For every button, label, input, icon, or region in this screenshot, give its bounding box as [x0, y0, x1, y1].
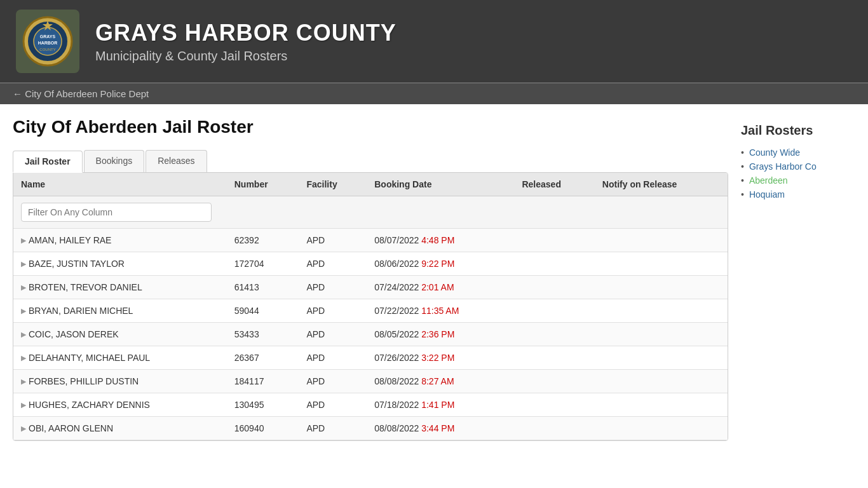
cell-released: [514, 417, 594, 440]
cell-name: ▶HUGHES, ZACHARY DENNIS: [13, 393, 227, 417]
cell-released: [514, 370, 594, 393]
row-expand-icon[interactable]: ▶: [21, 377, 26, 386]
filter-input[interactable]: [21, 203, 212, 222]
table-row[interactable]: ▶AMAN, HAILEY RAE62392APD08/07/2022 4:48…: [13, 229, 728, 252]
cell-name: ▶DELAHANTY, MICHAEL PAUL: [13, 346, 227, 370]
cell-notify: [595, 370, 728, 393]
cell-name: ▶COIC, JASON DEREK: [13, 323, 227, 346]
inmate-name: DELAHANTY, MICHAEL PAUL: [29, 353, 150, 363]
table-row[interactable]: ▶HUGHES, ZACHARY DENNIS130495APD07/18/20…: [13, 393, 728, 417]
cell-booking-date: 07/18/2022 1:41 PM: [367, 393, 514, 417]
sidebar-list: County WideGrays Harbor CoAberdeenHoquia…: [741, 146, 855, 201]
sidebar-link-aberdeen[interactable]: Aberdeen: [749, 175, 788, 186]
cell-name: ▶AMAN, HAILEY RAE: [13, 229, 227, 252]
row-expand-icon[interactable]: ▶: [21, 401, 26, 409]
cell-number: 184117: [227, 370, 299, 393]
row-expand-icon[interactable]: ▶: [21, 283, 26, 292]
col-header-booking-date: Booking Date: [367, 173, 514, 196]
filter-row: [13, 196, 728, 229]
cell-released: [514, 323, 594, 346]
col-header-released: Released: [514, 173, 594, 196]
sidebar-link-county-wide[interactable]: County Wide: [749, 147, 800, 158]
cell-number: 62392: [227, 229, 299, 252]
col-header-name: Name: [13, 173, 227, 196]
cell-notify: [595, 276, 728, 299]
sidebar-item: Hoquiam: [741, 187, 855, 201]
cell-facility: APD: [299, 393, 367, 417]
cell-number: 61413: [227, 276, 299, 299]
cell-booking-date: 07/24/2022 2:01 AM: [367, 276, 514, 299]
table-row[interactable]: ▶BRYAN, DARIEN MICHEL59044APD07/22/2022 …: [13, 299, 728, 323]
tab-bookings[interactable]: Bookings: [84, 150, 145, 172]
sidebar-link-grays-harbor-co[interactable]: Grays Harbor Co: [749, 161, 817, 172]
sidebar-item: Grays Harbor Co: [741, 159, 855, 173]
inmate-name: BROTEN, TREVOR DANIEL: [29, 282, 142, 292]
cell-number: 53433: [227, 323, 299, 346]
cell-number: 160940: [227, 417, 299, 440]
cell-released: [514, 276, 594, 299]
cell-number: 26367: [227, 346, 299, 370]
row-expand-icon[interactable]: ▶: [21, 307, 26, 315]
cell-booking-date: 07/26/2022 3:22 PM: [367, 346, 514, 370]
cell-number: 130495: [227, 393, 299, 417]
cell-facility: APD: [299, 299, 367, 323]
inmate-name: BAZE, JUSTIN TAYLOR: [29, 259, 125, 269]
inmate-name: FORBES, PHILLIP DUSTIN: [29, 376, 139, 386]
site-header: GRAYS HARBOR COUNTY GRAYS HARBOR COUNTY …: [0, 0, 868, 83]
row-expand-icon[interactable]: ▶: [21, 330, 26, 339]
cell-facility: APD: [299, 252, 367, 276]
sidebar: Jail Rosters County WideGrays Harbor CoA…: [741, 117, 855, 441]
col-header-facility: Facility: [299, 173, 367, 196]
tab-releases[interactable]: Releases: [146, 150, 207, 172]
table-row[interactable]: ▶DELAHANTY, MICHAEL PAUL26367APD07/26/20…: [13, 346, 728, 370]
svg-text:HARBOR: HARBOR: [38, 41, 58, 45]
roster-table-wrapper: NameNumberFacilityBooking DateReleasedNo…: [13, 172, 728, 441]
roster-table: NameNumberFacilityBooking DateReleasedNo…: [13, 173, 728, 440]
cell-number: 172704: [227, 252, 299, 276]
table-row[interactable]: ▶FORBES, PHILLIP DUSTIN184117APD08/08/20…: [13, 370, 728, 393]
cell-booking-date: 07/22/2022 11:35 AM: [367, 299, 514, 323]
cell-booking-date: 08/05/2022 2:36 PM: [367, 323, 514, 346]
table-row[interactable]: ▶OBI, AARON GLENN160940APD08/08/2022 3:4…: [13, 417, 728, 440]
tabs-container: Jail RosterBookingsReleases: [13, 150, 728, 172]
cell-notify: [595, 346, 728, 370]
row-expand-icon[interactable]: ▶: [21, 424, 26, 433]
cell-released: [514, 252, 594, 276]
cell-booking-date: 08/08/2022 8:27 AM: [367, 370, 514, 393]
cell-notify: [595, 323, 728, 346]
page-title: City Of Aberdeen Jail Roster: [13, 117, 728, 137]
tab-jail-roster[interactable]: Jail Roster: [13, 151, 83, 173]
row-expand-icon[interactable]: ▶: [21, 236, 26, 245]
cell-number: 59044: [227, 299, 299, 323]
cell-released: [514, 229, 594, 252]
inmate-name: COIC, JASON DEREK: [29, 329, 119, 339]
inmate-name: BRYAN, DARIEN MICHEL: [29, 306, 133, 316]
inmate-name: HUGHES, ZACHARY DENNIS: [29, 400, 150, 410]
cell-name: ▶BROTEN, TREVOR DANIEL: [13, 276, 227, 299]
table-row[interactable]: ▶BAZE, JUSTIN TAYLOR172704APD08/06/2022 …: [13, 252, 728, 276]
row-expand-icon[interactable]: ▶: [21, 260, 26, 268]
main-container: City Of Aberdeen Jail Roster Jail Roster…: [0, 104, 868, 454]
col-header-notify-on-release: Notify on Release: [595, 173, 728, 196]
cell-notify: [595, 299, 728, 323]
svg-text:COUNTY: COUNTY: [39, 48, 55, 51]
cell-facility: APD: [299, 417, 367, 440]
inmate-name: AMAN, HAILEY RAE: [29, 235, 111, 245]
table-row[interactable]: ▶BROTEN, TREVOR DANIEL61413APD07/24/2022…: [13, 276, 728, 299]
row-expand-icon[interactable]: ▶: [21, 354, 26, 362]
nav-bar: ← City Of Aberdeen Police Dept: [0, 83, 868, 104]
cell-facility: APD: [299, 323, 367, 346]
cell-name: ▶BRYAN, DARIEN MICHEL: [13, 299, 227, 323]
cell-notify: [595, 417, 728, 440]
sidebar-link-hoquiam[interactable]: Hoquiam: [749, 189, 785, 200]
cell-facility: APD: [299, 276, 367, 299]
cell-notify: [595, 393, 728, 417]
site-title: GRAYS HARBOR COUNTY: [95, 20, 397, 46]
inmate-name: OBI, AARON GLENN: [29, 423, 113, 433]
cell-notify: [595, 229, 728, 252]
back-link[interactable]: ← City Of Aberdeen Police Dept: [13, 88, 149, 99]
cell-released: [514, 299, 594, 323]
table-row[interactable]: ▶COIC, JASON DEREK53433APD08/05/2022 2:3…: [13, 323, 728, 346]
cell-notify: [595, 252, 728, 276]
header-text: GRAYS HARBOR COUNTY Municipality & Count…: [95, 20, 397, 64]
